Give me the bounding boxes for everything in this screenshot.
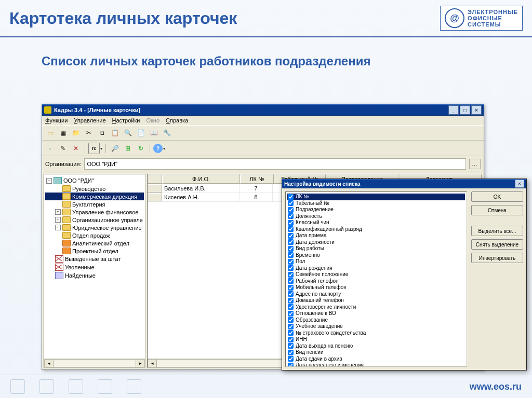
tool-cut-icon[interactable]: ✂ xyxy=(83,127,95,139)
tool-find-icon[interactable]: 🔎 xyxy=(109,143,121,154)
tool-grid-icon[interactable]: ▦ xyxy=(57,127,69,139)
dropdown-icon[interactable]: ▾ xyxy=(163,146,165,151)
scroll-left-button[interactable]: ◂ xyxy=(148,359,157,367)
tool-edit-icon[interactable]: ✎ xyxy=(57,143,69,154)
visibility-checkbox[interactable] xyxy=(288,278,294,284)
col-lk[interactable]: ЛК № xyxy=(240,174,274,184)
expand-icon[interactable]: + xyxy=(55,209,61,215)
visibility-checkbox[interactable] xyxy=(288,213,294,219)
visibility-checkbox[interactable] xyxy=(288,259,294,265)
visibility-checkbox[interactable] xyxy=(288,226,294,232)
scroll-left-button[interactable]: ◂ xyxy=(44,359,54,367)
tool-copy-icon[interactable]: ⧉ xyxy=(96,127,108,139)
checklist-item[interactable]: Вид пенсии xyxy=(287,349,465,356)
visibility-checkbox[interactable] xyxy=(288,252,294,258)
expand-icon[interactable]: + xyxy=(55,217,61,223)
visibility-checkbox[interactable] xyxy=(288,343,294,349)
checklist-item[interactable]: Табельный № xyxy=(287,200,465,207)
invert-button[interactable]: Инвертировать xyxy=(471,253,523,263)
visibility-checklist[interactable]: ЛК №Табельный №ПодразделениеДолжностьКла… xyxy=(285,191,467,367)
checklist-item[interactable]: Подразделение xyxy=(287,207,465,213)
minimize-button[interactable]: _ xyxy=(448,105,459,115)
dropdown-icon[interactable]: ▾ xyxy=(100,146,102,151)
checklist-item[interactable]: Должность xyxy=(287,213,465,220)
menu-settings[interactable]: Настройки xyxy=(112,117,140,123)
tool-folder-icon[interactable]: 📁 xyxy=(70,127,82,139)
visibility-checkbox[interactable] xyxy=(288,350,294,355)
tool-paste-icon[interactable]: 📋 xyxy=(109,127,121,139)
checklist-item[interactable]: Временно xyxy=(287,252,465,259)
checklist-item[interactable]: Дата выхода на пенсию xyxy=(287,343,465,350)
visibility-checkbox[interactable] xyxy=(288,239,294,245)
row-handle[interactable] xyxy=(148,193,162,201)
menu-functions[interactable]: Функции xyxy=(45,117,68,123)
checklist-item[interactable]: Удостоверение личности xyxy=(287,304,465,311)
deselect-button[interactable]: Снять выделение xyxy=(471,239,523,250)
visibility-checkbox[interactable] xyxy=(288,317,294,323)
checklist-item[interactable]: Отношение к ВО xyxy=(287,310,465,317)
tree-item[interactable]: Проектный отдел xyxy=(45,247,144,255)
visibility-checkbox[interactable] xyxy=(288,246,294,252)
tool-new-icon[interactable]: ▫ xyxy=(44,143,56,154)
visibility-checkbox[interactable] xyxy=(288,330,294,336)
cancel-button[interactable]: Отмена xyxy=(471,205,523,215)
visibility-checkbox[interactable] xyxy=(288,356,294,362)
tool-wrench-icon[interactable]: 🔧 xyxy=(161,127,172,139)
checklist-item[interactable]: Домашний телефон xyxy=(287,297,465,304)
visibility-checkbox[interactable] xyxy=(288,298,294,304)
org-field[interactable]: ООО "РДИ" xyxy=(84,158,466,170)
visibility-checkbox[interactable] xyxy=(288,200,294,206)
close-button[interactable]: × xyxy=(471,105,482,115)
menu-window[interactable]: Окно xyxy=(146,117,159,123)
ok-button[interactable]: OK xyxy=(471,191,523,202)
tool-refresh-icon[interactable]: ↻ xyxy=(135,143,147,154)
checklist-item[interactable]: Адрес по паспорту xyxy=(287,291,465,298)
visibility-checkbox[interactable] xyxy=(288,324,294,330)
tree-item[interactable]: Руководство xyxy=(45,185,144,193)
dialog-titlebar[interactable]: Настройка видимости списка × xyxy=(282,179,526,188)
visibility-checkbox[interactable] xyxy=(288,233,294,239)
checklist-item[interactable]: Образование xyxy=(287,317,465,324)
checklist-item[interactable]: Дата должности xyxy=(287,239,465,246)
checklist-item[interactable]: Классный чин xyxy=(287,219,465,226)
checklist-item[interactable]: Квалификационный разряд xyxy=(287,226,465,233)
col-fio[interactable]: Ф.И.О. xyxy=(162,174,240,184)
org-picker-button[interactable]: ... xyxy=(469,159,481,169)
maximize-button[interactable]: □ xyxy=(460,105,470,115)
checklist-item[interactable]: Пол xyxy=(287,258,465,265)
checklist-item[interactable]: ИНН xyxy=(287,336,465,343)
checklist-item[interactable]: Семейное положение xyxy=(287,271,465,278)
tool-zoom-icon[interactable]: 🔍 xyxy=(122,127,134,139)
checklist-item[interactable]: Дата приема xyxy=(287,232,465,239)
tree-extra-item[interactable]: Найденные xyxy=(45,271,144,280)
tool-help-icon[interactable]: ? xyxy=(153,144,163,153)
select-all-button[interactable]: Выделить все... xyxy=(471,226,523,236)
tool-rs-icon[interactable]: гс xyxy=(88,143,100,154)
visibility-checkbox[interactable] xyxy=(288,363,294,367)
checklist-item[interactable]: Рабочий телефон xyxy=(287,278,465,285)
tree-pane[interactable]: −ООО "РДИ"РуководствоКоммерческая дирекц… xyxy=(44,174,145,368)
checklist-item[interactable]: Мобильный телефон xyxy=(287,284,465,291)
checklist-item[interactable]: № страхового свидетельства xyxy=(287,330,465,337)
window-titlebar[interactable]: Кадры 3.4 - [Личные карточки] _ □ × xyxy=(42,104,484,116)
checklist-item[interactable]: ЛК № xyxy=(287,194,465,200)
visibility-checkbox[interactable] xyxy=(288,311,294,317)
tree-item[interactable]: Отдел продаж xyxy=(45,231,144,239)
tree-item[interactable]: +Управление финансовое xyxy=(45,208,144,216)
checklist-item[interactable]: Дата последнего изменения xyxy=(287,362,465,367)
tree-item[interactable]: Аналитический отдел xyxy=(45,239,144,247)
visibility-checkbox[interactable] xyxy=(288,291,294,297)
tool-book-icon[interactable]: 📖 xyxy=(148,127,159,139)
checklist-item[interactable]: Дата рождения xyxy=(287,265,465,272)
checklist-item[interactable]: Учебное заведение xyxy=(287,323,465,330)
checklist-item[interactable]: Дата сдачи в архив xyxy=(287,356,465,363)
tree-extra-item[interactable]: Выведенные за штат xyxy=(45,255,144,263)
visibility-checkbox[interactable] xyxy=(288,265,294,271)
tool-delete-icon[interactable]: ✕ xyxy=(70,143,82,154)
tree-root[interactable]: −ООО "РДИ" xyxy=(45,176,144,185)
expand-icon[interactable]: + xyxy=(55,225,61,230)
tree-item[interactable]: +Организационное управле xyxy=(45,216,144,224)
visibility-checkbox[interactable] xyxy=(288,220,294,226)
checklist-item[interactable]: Вид работы xyxy=(287,245,465,252)
tool-card-yellow-icon[interactable]: ▭ xyxy=(44,127,56,139)
